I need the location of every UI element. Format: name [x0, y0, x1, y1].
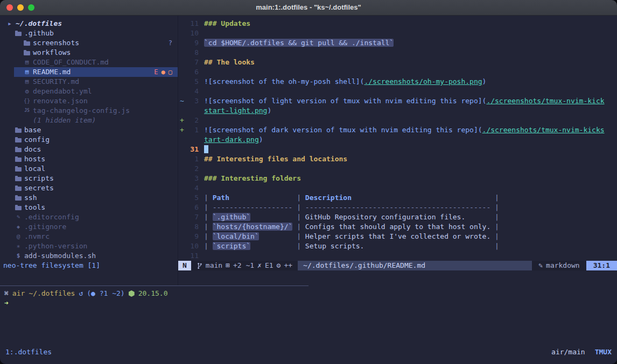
- editor-line[interactable]: 8: [178, 48, 617, 58]
- text-span-link: ![screenshot of the oh-my-posh shell](: [204, 77, 364, 85]
- editor-line[interactable]: tart-dark.png): [178, 135, 617, 145]
- editor-line[interactable]: ~3![screenshot of light version of tmux …: [178, 96, 617, 106]
- tree-item-renovate-json[interactable]: renovate.json: [0, 96, 178, 106]
- tree-item-label: (1 hidden item): [33, 116, 96, 125]
- tree-item-gitignore[interactable]: .gitignore: [0, 222, 178, 232]
- tree-item-screenshots[interactable]: screenshots?: [0, 38, 178, 48]
- editor-line[interactable]: 7| `.github` | GitHub Repository configu…: [178, 212, 617, 222]
- tree-item-github[interactable]: .github: [0, 28, 178, 38]
- file-tree: ~/.dotfiles.githubscreenshots?workflowsC…: [0, 16, 178, 261]
- editor-panel[interactable]: 11### Updates109`cd $HOME/.dotfiles && g…: [178, 16, 617, 286]
- text-span-pipe: |: [297, 194, 305, 202]
- line-text: | `.github` | GitHub Repository configur…: [204, 212, 499, 222]
- window-title: main:1:.dotfiles - "ks~/.dotfiles": [0, 0, 617, 15]
- line-number: 6: [186, 203, 199, 212]
- tree-item-scripts[interactable]: scripts: [0, 174, 178, 183]
- tmux-pane-border: [0, 286, 308, 286]
- editor-line[interactable]: 2: [178, 164, 617, 174]
- text-span-link: ): [259, 135, 263, 144]
- tree-item-dotfiles[interactable]: ~/.dotfiles: [0, 19, 178, 28]
- editor-line[interactable]: 10| `scripts` | Setup scripts. |: [178, 241, 617, 251]
- editor-line[interactable]: start-light.png): [178, 106, 617, 116]
- editor-line[interactable]: +2: [178, 116, 617, 125]
- text-span-code: `local/bin`: [213, 232, 259, 240]
- tree-item-editorconfig[interactable]: .editorconfig: [0, 212, 178, 222]
- text-span-sp: [490, 223, 495, 231]
- tree-item-label: hosts: [24, 154, 45, 164]
- tmux-window-name[interactable]: 1:.dotfiles: [5, 347, 52, 357]
- tree-item-security-md[interactable]: SECURITY.md: [0, 77, 178, 87]
- text-span-pipe: |: [204, 223, 213, 231]
- editor-line[interactable]: 6| ------------------- | ---------------…: [178, 203, 617, 212]
- editor-line[interactable]: 3### Interesting folders: [178, 174, 617, 183]
- tree-item-docs[interactable]: docs: [0, 145, 178, 154]
- folder-icon: [23, 48, 31, 58]
- line-number: 7: [186, 58, 199, 67]
- editor-line[interactable]: 10: [178, 28, 617, 38]
- tree-item-base[interactable]: base: [0, 125, 178, 135]
- line-text: | `local/bin` | Helper scripts that I've…: [204, 232, 499, 241]
- tree-item-label: SECURITY.md: [33, 77, 79, 87]
- editor-line[interactable]: 9`cd $HOME/.dotfiles && git pull && ./in…: [178, 38, 617, 48]
- line-text: ## The looks: [204, 58, 255, 67]
- tree-item-add-submodules-sh[interactable]: add-submodules.sh: [0, 251, 178, 261]
- tree-item-readme-md[interactable]: README.mdE●▢: [0, 67, 178, 77]
- tree-item-1-hidden-item[interactable]: (1 hidden item): [0, 116, 178, 125]
- tree-item-secrets[interactable]: secrets: [0, 183, 178, 193]
- editor-line[interactable]: 9| `local/bin` | Helper scripts that I'v…: [178, 232, 617, 241]
- line-text: start-light.png): [204, 106, 271, 116]
- line-number: 1: [186, 125, 199, 135]
- line-number: 2: [186, 116, 199, 125]
- folder-icon: [14, 203, 23, 212]
- md-icon: [23, 58, 31, 67]
- tree-item-label: secrets: [24, 183, 54, 193]
- current-file-path: ~/.dotfiles/.github/README.md: [298, 261, 532, 270]
- editor-line[interactable]: 5![screenshot of the oh-my-posh shell](.…: [178, 77, 617, 87]
- text-span-link: ![screenshot of light version of tmux wi…: [204, 97, 486, 105]
- shell-input-line[interactable]: ➜: [0, 298, 617, 308]
- folder-icon: [14, 174, 23, 183]
- js-icon: [23, 106, 31, 116]
- prompt-git-status: (● ?1 ~2): [87, 289, 124, 298]
- editor-line[interactable]: 5| Path | Description |: [178, 193, 617, 203]
- editor-line[interactable]: 1## Interesting files and locations: [178, 154, 617, 164]
- text-span-link: ): [267, 106, 271, 115]
- tree-item-label: renovate.json: [33, 96, 88, 106]
- line-number: 4: [186, 87, 199, 96]
- shell-pane[interactable]: air ~/.dotfiles (● ?1 ~2) 20.15.0 ➜: [0, 289, 617, 308]
- tree-item-local[interactable]: local: [0, 164, 178, 174]
- tree-item-ssh[interactable]: ssh: [0, 193, 178, 203]
- tree-item-hosts[interactable]: hosts: [0, 154, 178, 164]
- line-text: ## Interesting files and locations: [204, 154, 347, 164]
- folder-icon: [14, 125, 23, 135]
- tree-item-nvmrc[interactable]: .nvmrc: [0, 232, 178, 241]
- editor-line[interactable]: +1![screenshot of dark version of tmux w…: [178, 125, 617, 135]
- tree-item-python-version[interactable]: .python-version: [0, 241, 178, 251]
- tree-item-tag-changelog-config-js[interactable]: tag-changelog-config.js: [0, 106, 178, 116]
- gear-icon: [23, 87, 31, 96]
- line-number: 3: [186, 174, 199, 183]
- editor-line[interactable]: 6: [178, 67, 617, 77]
- tree-item-workflows[interactable]: workflows: [0, 48, 178, 58]
- editor-line[interactable]: 4: [178, 183, 617, 193]
- gitsign-add-icon: +: [178, 125, 186, 135]
- tmux-right-status: air/main TMUX: [551, 347, 612, 357]
- tree-item-code-of-conduct-md[interactable]: CODE_OF_CONDUCT.md: [0, 58, 178, 67]
- editor-line[interactable]: 31: [178, 145, 617, 154]
- text-span-cell: Helper scripts that I've collected or wr…: [305, 232, 490, 240]
- editor-line[interactable]: 7## The looks: [178, 58, 617, 67]
- editor-line[interactable]: 4: [178, 87, 617, 96]
- folder-icon: [14, 193, 23, 203]
- line-number: 2: [186, 164, 199, 174]
- tree-item-dependabot-yml[interactable]: dependabot.yml: [0, 87, 178, 96]
- tree-item-config[interactable]: config: [0, 135, 178, 145]
- gitsign-column: [178, 193, 186, 203]
- line-number: 8: [186, 48, 199, 58]
- pencil-icon: [14, 212, 23, 222]
- tree-item-tools[interactable]: tools: [0, 203, 178, 212]
- editor-line[interactable]: 11: [178, 251, 617, 261]
- pencil-icon: [538, 261, 543, 270]
- editor-line[interactable]: 11### Updates: [178, 19, 617, 28]
- text-span-h3: ### Interesting folders: [204, 174, 301, 182]
- editor-line[interactable]: 8| `hosts/{hostname}/` | Configs that sh…: [178, 222, 617, 232]
